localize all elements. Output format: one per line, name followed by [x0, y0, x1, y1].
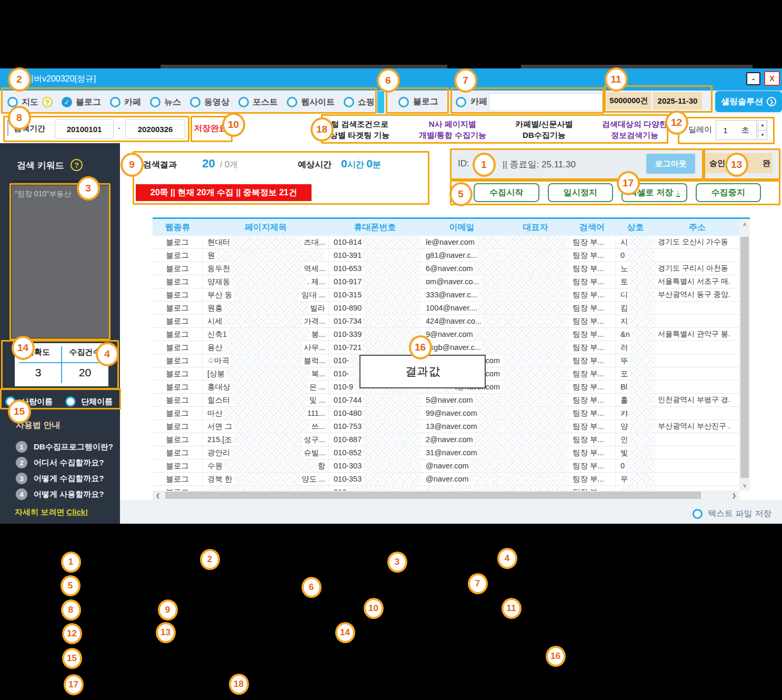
- close-button[interactable]: X: [764, 71, 780, 86]
- date-from-input[interactable]: 20100101: [55, 119, 114, 139]
- tab-뉴스[interactable]: 뉴스: [150, 97, 181, 108]
- delay-input[interactable]: 1 초: [716, 120, 757, 140]
- horizontal-scrollbar[interactable]: ❮ ❯: [153, 491, 739, 500]
- guide-number-icon: 4: [16, 488, 27, 500]
- tab-포스트[interactable]: 포스트: [238, 97, 278, 108]
- column-header[interactable]: 주소: [655, 222, 739, 233]
- table-row[interactable]: 블로그마산111...010-48099@naver.com팀장 부...캬: [153, 407, 739, 420]
- cell-web-type: 블로그: [153, 394, 203, 406]
- cell-business-name: 킴: [616, 302, 655, 314]
- text-file-save-option[interactable]: 텍스트 파일 저장: [693, 508, 771, 519]
- minimize-button[interactable]: -: [746, 72, 760, 85]
- table-row[interactable]: 블로그힐스터및 ...010-7445@naver.com팀장 부...홀인천광…: [153, 394, 739, 407]
- table-row[interactable]: 블로그양재동. 제...010-917om@naver.co...팀장 부...…: [153, 275, 739, 288]
- text-file-save-radio[interactable]: [693, 509, 703, 519]
- table-row[interactable]: 블로그010-팀장 부...: [153, 486, 739, 491]
- radio-icon[interactable]: [344, 97, 354, 107]
- tab-웹사이트[interactable]: 웹사이트: [287, 97, 335, 108]
- column-header[interactable]: 이메일: [421, 222, 503, 233]
- guide-item[interactable]: 1DB수집프로그램이란?: [16, 441, 113, 453]
- column-header[interactable]: 상호: [616, 222, 655, 233]
- radio-icon[interactable]: [456, 97, 466, 107]
- vertical-scroll-thumb[interactable]: [740, 237, 749, 478]
- table-row[interactable]: 블로그215.[조성구...010-8872@naver.com팀장 부...인: [153, 433, 739, 446]
- delay-stepper[interactable]: ▲ ▼: [758, 120, 767, 140]
- cell-representative: [503, 275, 568, 288]
- table-row[interactable]: 블로그동두천역세...010-6536@naver.com팀장 부...노경기도…: [153, 262, 739, 275]
- tab-동영상[interactable]: 동영상: [190, 97, 229, 108]
- cell-keyword: 팀장 부...: [568, 367, 616, 380]
- vertical-scrollbar[interactable]: ∧ ∨: [739, 219, 750, 491]
- blog-secondary-radio[interactable]: 블로그: [398, 96, 438, 107]
- table-row[interactable]: 블로그부산 동임대 ...010-315333@naver.c...팀장 부..…: [153, 288, 739, 302]
- eta-value: 0시간 0분: [341, 157, 381, 171]
- result-total: / 0개: [220, 159, 238, 171]
- guide-item[interactable]: 4어떻게 사용할까요?: [16, 488, 104, 500]
- annotation-badge-6: 6: [302, 577, 322, 598]
- help-icon[interactable]: ?: [42, 97, 53, 107]
- radio-icon[interactable]: [190, 97, 200, 107]
- date-to-input[interactable]: 20200326: [125, 119, 185, 139]
- action-button-일시정지[interactable]: 일시정지: [548, 183, 614, 202]
- cafe-secondary-radio[interactable]: 카페: [456, 96, 487, 107]
- keyword-textarea[interactable]: "팀장 010"부동산: [12, 185, 109, 338]
- annotation-badge-4: 4: [96, 342, 119, 366]
- cell-web-type: 블로그: [153, 407, 203, 419]
- cafe-search-input[interactable]: [489, 93, 603, 111]
- tab-쇼핑[interactable]: 쇼핑: [344, 97, 375, 108]
- stepper-down-icon[interactable]: ▼: [758, 131, 767, 140]
- cell-address: [655, 473, 739, 485]
- table-row[interactable]: 블로그원010-391g81@naver.c...팀장 부...0: [153, 249, 739, 262]
- table-row[interactable]: 블로그수원항010-303@naver.com팀장 부...0: [153, 459, 739, 473]
- table-row[interactable]: 블로그현대터즈대...010-814le@naver.com팀장 부...시경기…: [153, 236, 739, 249]
- accuracy-value[interactable]: 3: [15, 366, 62, 379]
- column-header[interactable]: 검색어: [568, 222, 616, 233]
- action-button-수집중지[interactable]: 수집중지: [696, 183, 761, 202]
- scroll-up-icon[interactable]: ∧: [739, 219, 750, 229]
- scroll-right-icon[interactable]: ❯: [729, 490, 739, 501]
- expiry-date-badge: 2025-11-30: [653, 92, 702, 109]
- guide-more-link[interactable]: Click!: [66, 507, 88, 516]
- column-header[interactable]: 대표자: [503, 222, 568, 233]
- radio-icon[interactable]: [398, 97, 409, 107]
- table-row[interactable]: 블로그경북 한양도 ...010-353@naver.com팀장 부...우: [153, 473, 739, 486]
- divider-bar: [377, 91, 384, 113]
- cell-page-title: 신축1봉...: [203, 328, 329, 341]
- radio-icon[interactable]: ✓: [62, 97, 72, 107]
- group-name-radio[interactable]: [65, 396, 76, 407]
- cell-page-title: 서면 그쓰...: [203, 420, 329, 433]
- scroll-down-icon[interactable]: ∨: [739, 480, 750, 491]
- cell-phone: 010-887: [329, 433, 421, 446]
- annotation-badge-12: 12: [62, 623, 82, 644]
- selling-solution-button[interactable]: 샐링솔루션 ❯: [715, 91, 782, 112]
- logout-button[interactable]: 로그아웃: [646, 154, 695, 174]
- column-header[interactable]: 휴대폰번호: [329, 222, 421, 233]
- table-row[interactable]: 블로그신축1봉...010-3399@naver.com팀장 부...&n서울특…: [153, 328, 739, 341]
- table-row[interactable]: 블로그서면 그쓰...010-75313@naver.com팀장 부...양부산…: [153, 420, 739, 433]
- keyword-help-icon[interactable]: ?: [71, 159, 83, 171]
- cell-representative: [503, 486, 568, 491]
- radio-icon[interactable]: [287, 97, 297, 107]
- cell-address: 서울특별시 서초구 매.: [655, 275, 739, 288]
- guide-item[interactable]: 2어디서 수집할까요?: [16, 457, 104, 468]
- radio-icon[interactable]: [150, 97, 161, 107]
- table-row[interactable]: 블로그원흥빌라010-8901004@naver....팀장 부...킴: [153, 302, 739, 315]
- action-button-수집시작[interactable]: 수집시작: [474, 183, 539, 202]
- column-header[interactable]: 페이지제목: [203, 222, 329, 233]
- tab-지도[interactable]: 지도?: [7, 97, 53, 108]
- tab-카페[interactable]: 카페: [110, 97, 141, 108]
- table-row[interactable]: 블로그광안리슈빌...010-85231@naver.com팀장 부...빛: [153, 446, 739, 459]
- column-header[interactable]: 웹종류: [153, 222, 203, 233]
- tab-블로그[interactable]: ✓블로그: [62, 97, 101, 108]
- horizontal-scroll-thumb[interactable]: [165, 492, 701, 499]
- table-row[interactable]: 블로그시세가격...010-734424@naver.co...팀장 부...지: [153, 315, 739, 328]
- radio-icon[interactable]: [238, 97, 249, 107]
- stepper-up-icon[interactable]: ▲: [758, 121, 767, 131]
- result-count: 20: [202, 157, 215, 171]
- scroll-left-icon[interactable]: ❮: [153, 490, 163, 501]
- guide-item[interactable]: 3어떻게 수집할까요?: [16, 473, 104, 484]
- table-row[interactable]: 블로그용산사무...010-721ekgb@naver.c...팀장 부...러: [153, 341, 739, 354]
- radio-icon[interactable]: [110, 97, 121, 107]
- count-value[interactable]: 20: [62, 366, 108, 379]
- cell-page-title: 용산사무...: [203, 341, 329, 354]
